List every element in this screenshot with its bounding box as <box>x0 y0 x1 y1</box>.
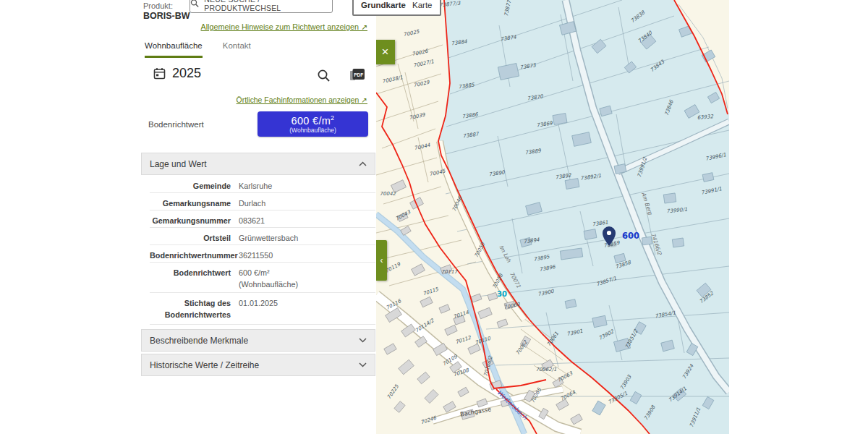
svg-text:PDF: PDF <box>354 72 363 77</box>
chevron-down-icon <box>359 362 367 367</box>
tabs: WohnbauflächeKontakt <box>145 41 251 58</box>
marker-value-label: 600 <box>622 231 639 241</box>
basemap-grundkarte[interactable]: Grundkarte <box>361 1 406 9</box>
magnifier-icon[interactable] <box>317 69 331 82</box>
accordion-title: Lage und Wert <box>150 159 207 169</box>
general-hints-link[interactable]: Allgemeine Hinweise zum Richtwert anzeig… <box>141 22 367 32</box>
building <box>584 229 597 240</box>
accordion-title: Historische Werte / Zeitreihe <box>150 360 259 370</box>
detail-row: Bodenrichtwertnummer36211550 <box>150 245 375 263</box>
detail-row: Gemarkungsnummer083621 <box>150 210 375 228</box>
product-label: Produkt: <box>143 1 173 10</box>
speed-label: 30 <box>497 290 507 298</box>
detail-label: Gemarkungsnummer <box>150 210 231 227</box>
chevron-left-icon: ‹ <box>380 255 383 265</box>
detail-label: Ortsteil <box>150 228 231 244</box>
building <box>672 238 684 247</box>
pdf-export-icon[interactable]: PDF <box>349 68 365 82</box>
detail-value: Grünwettersbach <box>231 228 375 244</box>
value-subtitle: (Wohnbaufläche) <box>258 127 368 134</box>
value-text: 600 €/m <box>292 115 331 127</box>
detail-row: Stichtag des Bodenrichtwertes01.01.2025 <box>150 293 375 325</box>
calendar-icon <box>153 67 166 80</box>
year-row: 2025 PDF <box>153 65 370 87</box>
search-icon <box>190 0 199 8</box>
detail-value: 01.01.2025 <box>231 293 375 310</box>
building <box>663 193 676 203</box>
accordion-lage-und-wert[interactable]: Lage und Wert <box>141 153 375 175</box>
close-icon: × <box>382 45 389 59</box>
detail-label: Gemarkungsname <box>150 193 231 210</box>
new-search-label: NEUE SUCHE / PRODUKTWECHSEL <box>204 0 332 12</box>
detail-row: Bodenrichtwert600 €/m²(Wohnbaufläche) <box>150 263 375 293</box>
local-info-link[interactable]: Örtliche Fachinformationen anzeigen ↗ <box>141 95 367 104</box>
basemap-karte[interactable]: Karte <box>412 1 433 9</box>
product-name: BORIS-BW <box>143 11 190 21</box>
detail-value: 36211550 <box>231 245 375 262</box>
valuation-year: 2025 <box>172 66 201 81</box>
accordion-title: Beschreibende Merkmale <box>150 336 248 346</box>
chevron-up-icon <box>359 161 367 166</box>
chevron-down-icon <box>359 338 367 343</box>
parcel-label: 70062/1 <box>535 367 556 373</box>
info-panel: Produkt: BORIS-BW NEUE SUCHE / PRODUKTWE… <box>0 0 376 434</box>
detail-row: GemeindeKarlsruhe <box>150 176 375 193</box>
close-panel-button[interactable]: × <box>376 40 395 64</box>
detail-value: Karlsruhe <box>231 176 375 192</box>
new-search-button[interactable]: NEUE SUCHE / PRODUKTWECHSEL <box>190 0 333 13</box>
bodenrichtwert-value-button[interactable]: 600 €/m2 (Wohnbaufläche) <box>258 111 368 137</box>
boris-bw-app: Produkt: BORIS-BW NEUE SUCHE / PRODUKTWE… <box>0 0 868 434</box>
basemap-switch[interactable]: Grundkarte Karte <box>352 0 441 16</box>
tab-wohnbaufläche[interactable]: Wohnbaufläche <box>145 41 203 58</box>
parcel-label: 70117 <box>441 269 459 275</box>
detail-label: Bodenrichtwert <box>150 263 231 279</box>
detail-row: OrtsteilGrünwettersbach <box>150 228 375 245</box>
bodenrichtwert-label: Bodenrichtwert <box>148 120 204 129</box>
detail-label: Gemeinde <box>150 176 231 192</box>
parcel-label: 70042 <box>380 191 396 197</box>
map-canvas[interactable]: 700257002670027/170038/17002970039700447… <box>376 0 729 434</box>
building <box>553 114 567 125</box>
accordion-historische-werte[interactable]: Historische Werte / Zeitreihe <box>141 354 375 376</box>
panel-collapse-handle[interactable]: ‹ <box>376 240 387 281</box>
tab-kontakt[interactable]: Kontakt <box>223 41 251 58</box>
detail-label: Bodenrichtwertnummer <box>150 245 231 262</box>
detail-value: Durlach <box>231 193 375 210</box>
value-sup: 2 <box>331 114 334 122</box>
detail-row: GemarkungsnameDurlach <box>150 193 375 210</box>
detail-label: Stichtag des Bodenrichtwertes <box>150 293 231 321</box>
details-table: GemeindeKarlsruheGemarkungsnameDurlachGe… <box>141 176 375 325</box>
accordion-beschreibende-merkmale[interactable]: Beschreibende Merkmale <box>141 329 375 352</box>
building <box>642 237 652 245</box>
detail-value: 083621 <box>231 210 375 227</box>
map-view[interactable]: 700257002670027/170038/17002970039700447… <box>376 0 729 434</box>
detail-value: 600 €/m²(Wohnbaufläche) <box>231 263 375 291</box>
